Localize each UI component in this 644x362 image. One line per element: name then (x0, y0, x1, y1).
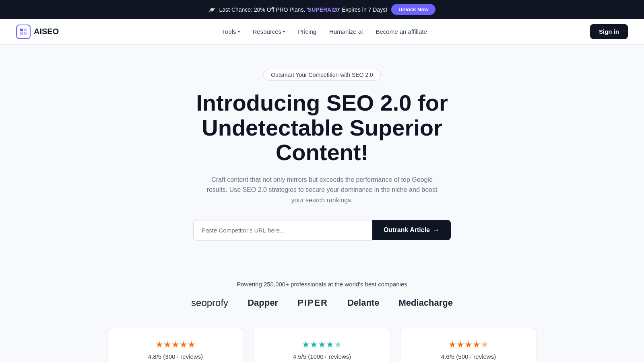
hero-title: Introducing SEO 2.0 for Undetectable Sup… (161, 90, 483, 165)
tools-chevron-icon: ▾ (238, 29, 240, 34)
company-logo-mediacharge: Mediacharge (398, 298, 453, 308)
tp-star-1: ★ (302, 339, 310, 350)
review-card-producthunt: ★★★★★ 4.8/5 (300+ reviews) Product Hunt (107, 328, 244, 362)
g2-star-1: ★ (448, 339, 456, 350)
svg-rect-1 (24, 29, 27, 31)
g2-star-half: ★ (481, 339, 489, 350)
svg-rect-2 (20, 32, 23, 35)
companies-section: Powering 250,000+ professionals at the w… (0, 281, 644, 362)
tp-star-4: ★ (326, 339, 334, 350)
nav-affiliate[interactable]: Become an affiliate (376, 28, 427, 35)
sign-in-button[interactable]: Sign in (590, 24, 628, 39)
svg-rect-0 (20, 29, 23, 31)
svg-rect-3 (24, 32, 27, 35)
star-2: ★ (163, 339, 171, 350)
nav-tools[interactable]: Tools ▾ (222, 28, 239, 35)
g2-stars: ★★★★★ (417, 339, 520, 350)
logo-icon (16, 25, 31, 39)
tp-star-3: ★ (318, 339, 326, 350)
g2-star-2: ★ (456, 339, 464, 350)
nav-resources-label: Resources (253, 28, 282, 35)
hero-section: Outsmart Your Competition with SEO 2.0 I… (0, 45, 644, 281)
review-card-g2: ★★★★★ 4.6/5 (500+ reviews) G (400, 328, 537, 362)
review-card-trustpilot: ★★★★★ 4.5/5 (1000+ reviews) Trustpilot (254, 328, 390, 362)
review-cards: ★★★★★ 4.8/5 (300+ reviews) Product Hunt … (8, 328, 636, 362)
hero-title-line2: Undetectable Superior Content! (202, 115, 442, 165)
trustpilot-stars: ★★★★★ (270, 339, 374, 350)
company-logo-seoprofy: seoprofy (191, 297, 228, 309)
producthunt-score: 4.8/5 (300+ reviews) (124, 353, 227, 360)
g2-star-4: ★ (473, 339, 481, 350)
star-5: ★ (188, 339, 196, 350)
hero-input-row: Outrank Article → (193, 220, 451, 241)
outrank-arrow-icon: → (433, 226, 440, 234)
nav-humanize[interactable]: Humanize ai (329, 28, 363, 35)
logo-text: AISEO (34, 27, 59, 36)
companies-logos: seoprofy Dapper PIPER Delante Mediacharg… (8, 297, 636, 309)
top-banner: 🪐 Last Chance: 20% Off PRO Plans. 'SUPER… (0, 0, 644, 19)
unlock-now-button[interactable]: Unlock Now (391, 4, 436, 15)
banner-emoji: 🪐 (208, 6, 215, 13)
producthunt-stars: ★★★★★ (124, 339, 227, 350)
hero-badge: Outsmart Your Competition with SEO 2.0 (263, 69, 381, 81)
companies-tagline: Powering 250,000+ professionals at the w… (8, 281, 636, 288)
trustpilot-score: 4.5/5 (1000+ reviews) (270, 353, 374, 360)
g2-score: 4.6/5 (500+ reviews) (417, 353, 520, 360)
star-1: ★ (155, 339, 163, 350)
hero-subtitle: Craft content that not only mirrors but … (205, 175, 439, 206)
outrank-label: Outrank Article (384, 226, 430, 234)
logo[interactable]: AISEO (16, 25, 59, 39)
banner-text-before: Last Chance: 20% Off PRO Plans. ' (219, 6, 308, 13)
star-4: ★ (180, 339, 188, 350)
nav-resources[interactable]: Resources ▾ (253, 28, 285, 35)
url-input[interactable] (193, 220, 372, 241)
star-3: ★ (171, 339, 180, 350)
company-logo-delante: Delante (347, 298, 379, 308)
tp-star-2: ★ (310, 339, 318, 350)
banner-text: Last Chance: 20% Off PRO Plans. 'SUPERAI… (219, 6, 388, 13)
resources-chevron-icon: ▾ (283, 29, 285, 34)
company-logo-piper: PIPER (297, 298, 328, 308)
navbar: AISEO Tools ▾ Resources ▾ Pricing Humani… (0, 19, 644, 45)
nav-pricing[interactable]: Pricing (298, 28, 316, 35)
g2-star-3: ★ (464, 339, 473, 350)
company-logo-dapper: Dapper (248, 298, 278, 308)
outrank-article-button[interactable]: Outrank Article → (372, 220, 451, 240)
banner-code: SUPERAI20 (308, 6, 339, 13)
tp-star-half: ★ (334, 339, 342, 350)
banner-text-after: ' Expires in 7 Days! (339, 6, 387, 13)
hero-title-line1: Introducing SEO 2.0 for (196, 90, 448, 115)
nav-tools-label: Tools (222, 28, 236, 35)
nav-links: Tools ▾ Resources ▾ Pricing Humanize ai … (222, 28, 427, 35)
